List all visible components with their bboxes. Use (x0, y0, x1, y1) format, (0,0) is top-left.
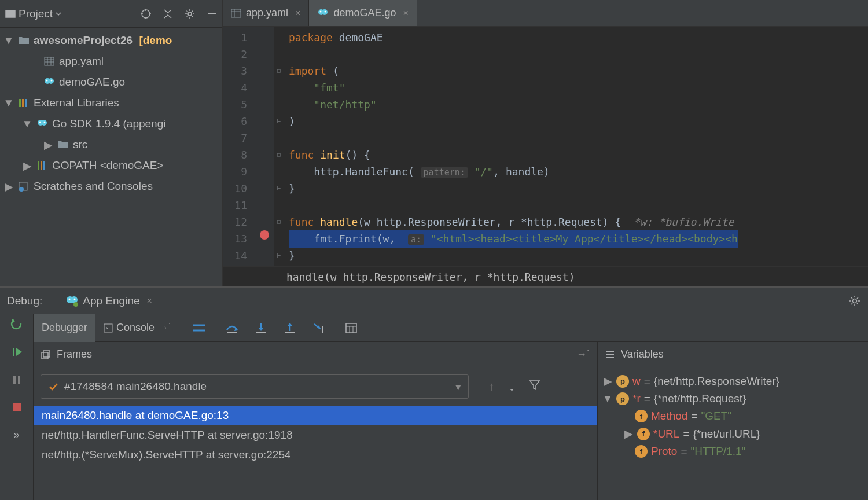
tree-root[interactable]: ▼ awesomeProject26 [demo (0, 30, 222, 51)
close-icon[interactable]: × (403, 8, 408, 19)
tree-scratches[interactable]: ▶ Scratches and Consoles (0, 176, 222, 197)
collapse-icon[interactable] (162, 8, 174, 20)
tab-demogo[interactable]: demoGAE.go × (309, 0, 417, 26)
svg-point-41 (73, 302, 78, 307)
frame-item[interactable]: net/http.(*ServeMux).ServeHTTP at server… (34, 445, 597, 465)
variables-list: ▶ p w = {net/http.ResponseWriter} ▼ p *r… (598, 367, 868, 465)
step-out-icon[interactable] (283, 322, 297, 334)
svg-rect-45 (18, 376, 20, 384)
var-row[interactable]: ▶ f *URL = {*net/url.URL} (602, 425, 863, 443)
variables-label: Variables (621, 348, 664, 361)
stop-icon[interactable] (10, 401, 23, 414)
svg-point-36 (325, 10, 326, 12)
svg-rect-26 (41, 161, 42, 170)
tree-gopath[interactable]: ▶ GOPATH <demoGAE> (0, 155, 222, 176)
svg-rect-25 (38, 161, 39, 170)
var-value: "GET" (701, 410, 731, 422)
tab-label: app.yaml (246, 7, 288, 19)
frame-list: main26480.handle at demoGAE.go:13 net/ht… (34, 406, 597, 465)
hint: pattern: (421, 167, 468, 178)
close-icon[interactable]: × (295, 8, 300, 19)
brace: } (289, 249, 295, 262)
editor[interactable]: 1234567891011121314 ⊟⊢⊟⊢⊟⊢ package demoG… (223, 27, 868, 266)
svg-rect-60 (42, 352, 48, 359)
step-into-icon[interactable] (254, 322, 268, 334)
frame-item[interactable]: net/http.HandlerFunc.ServeHTTP at server… (34, 425, 597, 445)
svg-point-2 (142, 10, 150, 18)
hide-icon[interactable] (206, 8, 218, 20)
string: "fmt" (314, 82, 345, 94)
marker-gutter[interactable] (255, 27, 274, 266)
project-tool-label[interactable]: Project (5, 8, 62, 20)
svg-rect-18 (19, 99, 21, 107)
inline-hint: *w: *bufio.Write (634, 216, 734, 228)
project-sidebar: Project ▼ awesomeProject26 [demo app.yam… (0, 0, 223, 286)
tab-label: Debugger (42, 322, 87, 334)
close-icon[interactable]: × (147, 296, 152, 306)
arrow-right-icon: ▶ (602, 374, 613, 388)
breakpoint-icon[interactable] (260, 230, 269, 240)
arrow-up-icon[interactable]: ↑ (488, 379, 495, 394)
debug-left-toolbar: » (0, 314, 34, 500)
paren: ( (333, 65, 339, 77)
line-gutter: 1234567891011121314 (223, 27, 255, 266)
thread-selector[interactable]: #1748584 main26480.handle ▾ (41, 374, 469, 399)
brace: } (289, 182, 295, 194)
code-content[interactable]: package demoGAE import ( "fmt" "net/http… (284, 27, 738, 266)
rerun-icon[interactable] (10, 318, 23, 330)
var-row[interactable]: f Proto = "HTTP/1.1" (602, 443, 863, 460)
table-icon (231, 9, 241, 18)
func-name: init (320, 149, 345, 161)
frame-item[interactable]: main26480.handle at demoGAE.go:13 (34, 406, 597, 425)
evaluate-icon[interactable] (345, 322, 358, 334)
more-icon[interactable]: » (13, 429, 19, 441)
var-row[interactable]: ▼ p *r = {*net/http.Request} (602, 390, 863, 407)
go-icon (43, 77, 56, 87)
tab-console[interactable]: Console →˙ (95, 314, 180, 342)
console-icon (104, 323, 113, 333)
args: , handle) (493, 166, 550, 178)
signature: () { (345, 149, 370, 161)
tree-src[interactable]: ▶ src (0, 134, 222, 155)
field-badge: f (635, 445, 648, 458)
gear-icon[interactable] (848, 295, 861, 307)
step-over-icon[interactable] (225, 322, 239, 334)
keyword: func (289, 149, 314, 161)
var-row[interactable]: ▶ p w = {net/http.ResponseWriter} (602, 372, 863, 390)
run-to-cursor-icon[interactable] (312, 322, 326, 334)
list-icon[interactable] (605, 350, 615, 360)
svg-point-39 (69, 298, 71, 300)
arrow-right-icon: ▶ (623, 427, 634, 440)
arrow-down-icon[interactable]: ↓ (509, 379, 515, 394)
tab-appyaml[interactable]: app.yaml × (223, 0, 309, 26)
restore-icon[interactable] (41, 350, 51, 360)
tree-file-demogo[interactable]: demoGAE.go (0, 72, 222, 93)
tree-root-suffix: [demo (139, 34, 172, 46)
tree-ext-libs[interactable]: ▼ External Libraries (0, 93, 222, 113)
tree-go-sdk[interactable]: ▼ Go SDK 1.9.4 (appengi (0, 113, 222, 134)
resume-icon[interactable] (10, 345, 23, 358)
tab-debugger[interactable]: Debugger (34, 314, 95, 342)
arrow-down-icon: ▼ (602, 392, 613, 405)
param-badge: p (616, 392, 629, 405)
pause-icon[interactable] (10, 373, 23, 386)
breadcrumb[interactable]: handle(w http.ResponseWriter, r *http.Re… (223, 266, 868, 286)
arrow-right-icon: ▶ (22, 159, 32, 172)
debug-config-tab[interactable]: App Engine × (65, 295, 152, 307)
pin-icon[interactable]: →˙ (576, 348, 590, 361)
sidebar-header: Project (0, 0, 222, 28)
var-name: *URL (653, 428, 679, 440)
gear-icon[interactable] (184, 8, 196, 20)
tab-label: Console (116, 322, 155, 334)
var-row[interactable]: f Method = "GET" (602, 407, 863, 425)
package-name: demoGAE (339, 31, 383, 43)
signature: (w http.ResponseWriter, r *http.Request)… (358, 216, 621, 228)
svg-point-23 (39, 122, 41, 123)
tree-file-appyaml[interactable]: app.yaml (0, 51, 222, 72)
threads-icon[interactable] (192, 322, 206, 334)
frame-text: main26480.handle at demoGAE.go:13 (42, 409, 229, 421)
filter-icon[interactable] (529, 379, 540, 394)
var-name: w (632, 375, 641, 388)
svg-point-24 (44, 122, 46, 123)
target-icon[interactable] (140, 8, 152, 20)
